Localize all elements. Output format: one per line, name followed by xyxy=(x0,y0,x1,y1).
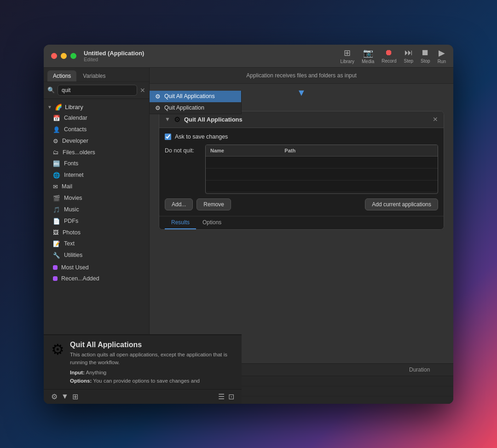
library-icon-colored: 🌈 xyxy=(55,104,62,111)
collapse-button[interactable]: ▼ xyxy=(165,116,170,122)
run-icon: ▶ xyxy=(439,48,445,58)
sidebar-item-label: PDFs xyxy=(64,218,78,224)
search-input[interactable] xyxy=(58,85,137,96)
action-buttons-row: Add... Remove Add current applications xyxy=(165,198,438,210)
search-icon: 🔍 xyxy=(47,87,55,93)
list-view-icon[interactable]: ☰ xyxy=(218,392,225,401)
sidebar-tabs: Actions Variables xyxy=(44,68,149,82)
calendar-icon: 📅 xyxy=(53,115,60,122)
traffic-lights xyxy=(51,53,76,59)
add-button[interactable]: Add... xyxy=(165,198,193,210)
stop-button[interactable]: ⏹ Stop xyxy=(421,48,430,64)
music-icon: 🎵 xyxy=(53,206,60,213)
duration-label: Duration xyxy=(409,367,446,373)
sidebar-item-pdfs[interactable]: 📄 PDFs xyxy=(44,215,149,227)
media-button[interactable]: 📷 Media xyxy=(362,48,374,64)
close-button[interactable] xyxy=(51,53,57,59)
library-section-header[interactable]: ▼ 🌈 Library xyxy=(44,102,149,112)
bottom-info-panel: ⚙ Quit All Applications This action quit… xyxy=(44,334,242,404)
sidebar-item-movies[interactable]: 🎬 Movies xyxy=(44,192,149,204)
search-result-label: Quit Application xyxy=(164,105,204,111)
bottom-text: Quit All Applications This action quits … xyxy=(70,341,234,384)
sidebar-item-internet[interactable]: 🌐 Internet xyxy=(44,169,149,181)
sidebar-item-files[interactable]: 🗂 Files...olders xyxy=(44,147,149,158)
bottom-right-buttons: ☰ ⊡ xyxy=(218,392,234,401)
add-current-applications-button[interactable]: Add current applications xyxy=(365,198,438,210)
search-bar: 🔍 ✕ xyxy=(44,82,149,99)
search-clear-icon[interactable]: ✕ xyxy=(140,87,145,94)
run-button[interactable]: ▶ Run xyxy=(438,48,446,64)
bottom-app-name: Quit All Applications xyxy=(70,341,234,349)
sidebar-item-label: Fonts xyxy=(64,160,78,167)
workflow-header-text: Application receives files and folders a… xyxy=(246,72,356,79)
table-body xyxy=(206,157,438,193)
sidebar-item-contacts[interactable]: 👤 Contacts xyxy=(44,124,149,135)
do-not-quit-label: Do not quit: xyxy=(165,145,202,154)
sidebar-item-most-used[interactable]: Most Used xyxy=(44,262,149,273)
record-icon: ⏺ xyxy=(385,48,393,58)
grid-view-icon[interactable]: ⊡ xyxy=(228,392,234,401)
sidebar-item-photos[interactable]: 🖼 Photos xyxy=(44,227,149,238)
window-title-name: Untitled (Application) xyxy=(84,50,144,57)
action-card-body: Ask to save changes Do not quit: Name Pa… xyxy=(159,128,444,216)
tab-results[interactable]: Results xyxy=(165,216,196,229)
developer-icon: ⚙ xyxy=(53,138,58,145)
library-button[interactable]: ⊞ Library xyxy=(340,48,354,64)
workflow-header: Application receives files and folders a… xyxy=(150,68,453,84)
tab-options[interactable]: Options xyxy=(196,216,228,229)
sidebar-item-label: Photos xyxy=(63,229,81,236)
recently-added-dot xyxy=(53,276,58,281)
ask-save-row: Ask to save changes xyxy=(165,134,438,140)
action-card-close-button[interactable]: ✕ xyxy=(433,116,438,123)
do-not-quit-row: Do not quit: Name Path xyxy=(165,145,438,194)
sidebar-item-utilities[interactable]: 🔧 Utilities xyxy=(44,250,149,261)
minimize-button[interactable] xyxy=(61,53,67,59)
sidebar-item-fonts[interactable]: 🔤 Fonts xyxy=(44,158,149,169)
column-name: Name xyxy=(210,148,284,153)
remove-button[interactable]: Remove xyxy=(196,198,231,210)
media-icon: 📷 xyxy=(363,48,373,58)
movies-icon: 🎬 xyxy=(53,195,60,202)
media-label: Media xyxy=(362,59,374,64)
sidebar-item-label: Recen...Added xyxy=(61,275,99,282)
table-header: Name Path xyxy=(206,145,438,157)
text-icon: 📝 xyxy=(53,240,60,247)
action-card-title: Quit All Applications xyxy=(184,116,429,123)
settings-icon[interactable]: ⚙ xyxy=(51,392,58,401)
view-icon[interactable]: ⊞ xyxy=(72,392,78,401)
record-button[interactable]: ⏺ Record xyxy=(381,48,396,64)
bottom-toolbar: ⚙ ▼ ⊞ ☰ ⊡ xyxy=(44,389,242,404)
options-value: You can provide options to save changes … xyxy=(93,378,200,384)
step-button[interactable]: ⏭ Step xyxy=(404,48,413,64)
table-row xyxy=(206,180,438,192)
sidebar-item-label: Utilities xyxy=(64,252,82,258)
library-section: ▼ 🌈 Library 📅 Calendar 👤 Contacts ⚙ xyxy=(44,101,149,262)
sidebar-item-recently-added[interactable]: Recen...Added xyxy=(44,273,149,284)
sidebar-item-text[interactable]: 📝 Text xyxy=(44,238,149,250)
bottom-app-icon: ⚙ xyxy=(51,341,64,358)
tab-actions[interactable]: Actions xyxy=(47,70,76,81)
sidebar-item-calendar[interactable]: 📅 Calendar xyxy=(44,112,149,124)
toolbar: ⊞ Library 📷 Media ⏺ Record ⏭ Step ⏹ Stop… xyxy=(340,48,446,64)
bottom-info: ⚙ Quit All Applications This action quit… xyxy=(44,335,242,389)
search-result-quit-all[interactable]: ⚙ Quit All Applications xyxy=(150,91,241,102)
sidebar-item-music[interactable]: 🎵 Music xyxy=(44,204,149,215)
ask-save-changes-checkbox[interactable] xyxy=(165,134,171,140)
bottom-description: This action quits all open applications,… xyxy=(70,351,234,367)
run-label: Run xyxy=(438,59,446,64)
sidebar-item-mail[interactable]: ✉ Mail xyxy=(44,181,149,192)
chevron-down-icon[interactable]: ▼ xyxy=(61,392,69,401)
sidebar-item-label: Developer xyxy=(62,138,88,144)
contacts-icon: 👤 xyxy=(53,126,60,133)
sidebar-item-developer[interactable]: ⚙ Developer xyxy=(44,135,149,147)
search-result-quit-app[interactable]: ⚙ Quit Application xyxy=(150,102,241,114)
options-label: Options: xyxy=(70,378,92,384)
step-icon: ⏭ xyxy=(405,48,413,58)
action-card-icon: ⚙ xyxy=(174,115,180,124)
library-label: Library xyxy=(65,104,83,111)
titlebar: Untitled (Application) Edited ⊞ Library … xyxy=(44,45,453,68)
tab-variables[interactable]: Variables xyxy=(77,70,111,81)
maximize-button[interactable] xyxy=(70,53,76,59)
sidebar-item-label: Movies xyxy=(64,195,82,201)
sidebar-item-label: Mail xyxy=(62,183,72,190)
